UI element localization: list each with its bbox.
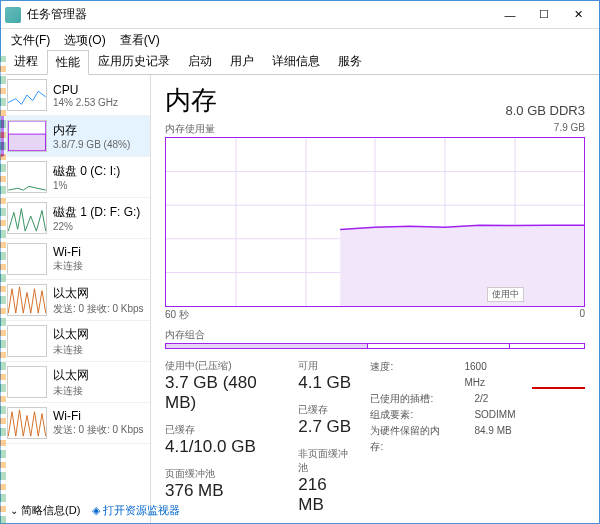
stat-value: 216 MB [298, 475, 352, 515]
sidebar-item-sub: 1% [53, 180, 120, 191]
open-resource-monitor-link[interactable]: ◈打开资源监视器 [92, 503, 180, 518]
sidebar-item-disk0[interactable]: 磁盘 0 (C: I:) 1% [1, 157, 150, 198]
memory-spec: 8.0 GB DDR3 [506, 103, 585, 118]
composition-label: 内存组合 [165, 328, 205, 342]
sidebar-item-sub: 22% [53, 221, 140, 232]
fewer-details-button[interactable]: ⌄ 简略信息(D) [10, 503, 80, 518]
tab-users[interactable]: 用户 [221, 49, 263, 74]
sidebar-item-sub: 未连接 [53, 384, 89, 398]
composition-used [166, 344, 367, 348]
detail-label: 组成要素: [370, 407, 450, 423]
memory-composition-bar [165, 343, 585, 349]
maximize-button[interactable]: ☐ [527, 3, 561, 27]
sidebar-item-label: 磁盘 0 (C: I:) [53, 163, 120, 180]
main-panel: 内存 8.0 GB DDR3 内存使用量 7.9 GB [151, 75, 599, 523]
detail-value: 1600 MHz [465, 359, 505, 391]
left-edge-decor [0, 56, 6, 524]
disk-thumb-icon [7, 161, 47, 193]
ethernet-thumb-icon [7, 366, 47, 398]
sidebar-item-label: CPU [53, 83, 118, 97]
app-icon [5, 7, 21, 23]
composition-divider [509, 344, 510, 348]
menubar: 文件(F) 选项(O) 查看(V) [1, 29, 599, 51]
detail-value: 84.9 MB [474, 423, 511, 455]
tab-processes[interactable]: 进程 [5, 49, 47, 74]
tab-app-history[interactable]: 应用历史记录 [89, 49, 179, 74]
x-axis-right: 0 [579, 308, 585, 322]
fewer-details-label: 简略信息(D) [21, 504, 80, 516]
chart-max: 7.9 GB [554, 122, 585, 136]
minimize-button[interactable]: — [493, 3, 527, 27]
detail-label: 为硬件保留的内存: [370, 423, 450, 455]
tab-services[interactable]: 服务 [329, 49, 371, 74]
svg-rect-0 [8, 134, 46, 151]
detail-value: 2/2 [474, 391, 488, 407]
chevron-down-icon: ⌄ [10, 505, 18, 516]
menu-options[interactable]: 选项(O) [60, 31, 109, 50]
stat-value: 3.7 GB (480 MB) [165, 373, 280, 413]
x-axis-left: 60 秒 [165, 308, 189, 322]
tab-details[interactable]: 详细信息 [263, 49, 329, 74]
sidebar-item-memory[interactable]: 内存 3.8/7.9 GB (48%) [1, 116, 150, 157]
stats-grid: 使用中(已压缩) 3.7 GB (480 MB) 已缓存 4.1/10.0 GB… [165, 359, 585, 515]
resmon-icon: ◈ [92, 504, 100, 517]
close-button[interactable]: ✕ [561, 3, 595, 27]
sidebar-item-label: Wi-Fi [53, 409, 144, 423]
cpu-thumb-icon [7, 79, 47, 111]
window-title: 任务管理器 [27, 6, 493, 23]
page-title: 内存 [165, 83, 217, 118]
ethernet-thumb-icon [7, 325, 47, 357]
sidebar-item-eth0[interactable]: 以太网 发送: 0 接收: 0 Kbps [1, 280, 150, 321]
memory-usage-chart: 使用中 [165, 137, 585, 307]
sidebar-item-sub: 发送: 0 接收: 0 Kbps [53, 423, 144, 437]
sidebar-item-sub: 发送: 0 接收: 0 Kbps [53, 302, 144, 316]
stat-value: 4.1/10.0 GB [165, 437, 280, 457]
stat-value: 4.1 GB [298, 373, 352, 393]
content-area: CPU 14% 2.53 GHz 内存 3.8/7.9 GB (48%) [1, 75, 599, 523]
composition-divider [367, 344, 368, 348]
sidebar-item-label: Wi-Fi [53, 245, 83, 259]
inuse-flag: 使用中 [487, 287, 524, 302]
sidebar-item-label: 以太网 [53, 367, 89, 384]
stat-label: 已缓存 [298, 403, 352, 417]
memory-thumb-icon [7, 120, 47, 152]
menu-view[interactable]: 查看(V) [116, 31, 164, 50]
sidebar-item-sub: 3.8/7.9 GB (48%) [53, 139, 130, 150]
disk-thumb-icon [7, 202, 47, 234]
resmon-label: 打开资源监视器 [103, 503, 180, 518]
sidebar-item-label: 磁盘 1 (D: F: G:) [53, 204, 140, 221]
details-column: 速度:1600 MHz 已使用的插槽:2/2 组成要素:SODIMM 为硬件保留… [370, 359, 585, 515]
stat-label: 已缓存 [165, 423, 280, 437]
tab-performance[interactable]: 性能 [47, 50, 89, 75]
detail-value: SODIMM [474, 407, 515, 423]
sidebar-item-sub: 未连接 [53, 343, 89, 357]
red-underline-icon [532, 357, 585, 389]
sidebar-item-wifi1[interactable]: Wi-Fi 发送: 0 接收: 0 Kbps [1, 403, 150, 444]
sidebar-item-label: 以太网 [53, 326, 89, 343]
stat-value: 376 MB [165, 481, 280, 501]
sidebar-item-eth2[interactable]: 以太网 未连接 [1, 362, 150, 403]
tabbar: 进程 性能 应用历史记录 启动 用户 详细信息 服务 [1, 51, 599, 75]
sidebar-item-cpu[interactable]: CPU 14% 2.53 GHz [1, 75, 150, 116]
sidebar-item-disk1[interactable]: 磁盘 1 (D: F: G:) 22% [1, 198, 150, 239]
menu-file[interactable]: 文件(F) [7, 31, 54, 50]
chart-label: 内存使用量 [165, 122, 215, 136]
detail-label: 已使用的插槽: [370, 391, 450, 407]
task-manager-window: 任务管理器 — ☐ ✕ 文件(F) 选项(O) 查看(V) 进程 性能 应用历史… [0, 0, 600, 524]
sidebar-item-sub: 14% 2.53 GHz [53, 97, 118, 108]
stat-label: 非页面缓冲池 [298, 447, 352, 475]
wifi-thumb-icon [7, 243, 47, 275]
sidebar-item-eth1[interactable]: 以太网 未连接 [1, 321, 150, 362]
tab-startup[interactable]: 启动 [179, 49, 221, 74]
stat-label: 可用 [298, 359, 352, 373]
sidebar-item-wifi0[interactable]: Wi-Fi 未连接 [1, 239, 150, 280]
stat-value: 2.7 GB [298, 417, 352, 437]
sidebar: CPU 14% 2.53 GHz 内存 3.8/7.9 GB (48%) [1, 75, 151, 523]
detail-label: 速度: [370, 359, 440, 391]
bottom-bar: ⌄ 简略信息(D) ◈打开资源监视器 [10, 503, 180, 518]
wifi-thumb-icon [7, 407, 47, 439]
sidebar-item-label: 以太网 [53, 285, 144, 302]
stat-label: 页面缓冲池 [165, 467, 280, 481]
sidebar-item-sub: 未连接 [53, 259, 83, 273]
titlebar: 任务管理器 — ☐ ✕ [1, 1, 599, 29]
